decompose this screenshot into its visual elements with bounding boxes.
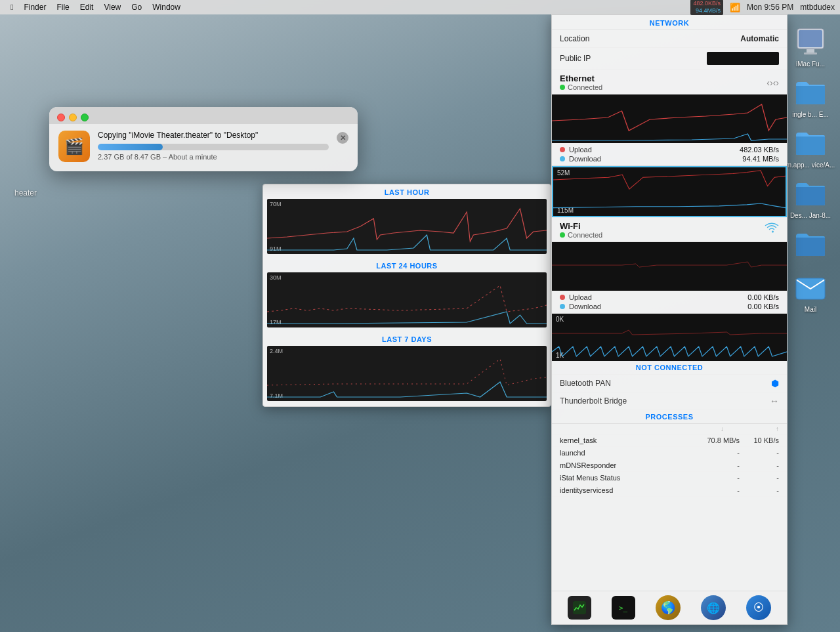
proc-ul-col-header: ↑: [726, 425, 779, 432]
desktop-icon-imac[interactable]: iMac Fu...: [784, 22, 837, 70]
desktop-icon-folder4[interactable]: [784, 224, 837, 265]
wifi-mini-svg: [552, 314, 787, 361]
file-icon-emoji: 🎬: [64, 137, 84, 156]
go-menu[interactable]: Go: [131, 3, 142, 12]
toolbar-network-btn[interactable]: 🌐: [701, 595, 726, 620]
mail-icon-img: [793, 270, 828, 305]
download-dot: [560, 156, 565, 161]
menubar:  Finder File Edit View Go Window 482.0K…: [0, 0, 840, 14]
copy-dialog-titlebar: [49, 107, 358, 124]
svg-rect-1: [552, 242, 787, 291]
wifi-download-row: Download 0.00 KB/s: [560, 303, 779, 310]
ethernet-upload-value: 482.03 KB/s: [740, 146, 779, 154]
desktop-icon-folder3[interactable]: Des... Jan-8...: [784, 174, 837, 222]
svg-rect-7: [807, 49, 814, 53]
toolbar-safari-btn[interactable]: ⦿: [746, 595, 771, 620]
folder4-svg-icon: [795, 231, 826, 257]
last-24-chart: 30M 17M: [267, 272, 547, 327]
last-24-label: LAST 24 HOURS: [263, 258, 551, 272]
desktop-icon-folder2[interactable]: m.app... vice/A...: [784, 123, 837, 171]
maximize-button[interactable]: [81, 114, 89, 121]
process-ul-identity: -: [740, 486, 779, 494]
desktop-icon-mail[interactable]: Mail: [784, 268, 837, 316]
imac-icon-label: iMac Fu...: [796, 60, 825, 68]
ethernet-stats: Upload 482.03 KB/s Download 94.41 MB/s: [552, 143, 787, 166]
wifi-menubar-icon[interactable]: 📶: [730, 3, 740, 12]
terminal-icon: >_: [617, 601, 630, 614]
last-hour-chart: 70M 91M: [267, 199, 547, 254]
desktop-icons: iMac Fu... ingle b... E... m.app... vice…: [781, 20, 840, 318]
ethernet-mini-svg: [553, 167, 786, 216]
wifi-signal-icon: [765, 222, 779, 234]
edit-menu[interactable]: Edit: [80, 3, 94, 12]
apple-menu[interactable]: : [10, 3, 13, 12]
process-ul-kernel: 10 KB/s: [740, 436, 779, 444]
finder-menu[interactable]: Finder: [24, 3, 46, 12]
folder3-svg-icon: [795, 180, 826, 207]
toolbar-activity-btn[interactable]: [568, 596, 591, 620]
process-name-kernel: kernel_task: [560, 436, 687, 444]
process-ul-mdns: -: [740, 461, 779, 469]
processes-header: PROCESSES: [552, 410, 787, 424]
thunderbolt-bridge-row: Thunderbolt Bridge ↔: [552, 392, 787, 410]
arrow-down-icon: ↓: [721, 425, 724, 432]
wifi-icon: [765, 222, 779, 238]
bluetooth-pan-label: Bluetooth PAN: [560, 379, 766, 388]
wifi-stats: Upload 0.00 KB/s Download 0.00 KB/s: [552, 291, 787, 314]
wifi-main-graph: [552, 242, 787, 291]
imac-svg-icon: [795, 26, 826, 58]
wifi-upload-label: Upload: [569, 293, 744, 301]
copy-progress-bar-fill: [98, 144, 163, 150]
copy-dialog-status: 2.37 GB of 8.47 GB – About a minute: [98, 153, 329, 161]
network-speed-indicator[interactable]: 482.0KB/s 94.4MB/s: [690, 0, 723, 15]
process-name-identity: identityservicesd: [560, 486, 687, 494]
window-menu[interactable]: Window: [152, 3, 180, 12]
process-row-launchd: launchd - -: [552, 447, 787, 459]
desktop-icon-folder1[interactable]: ingle b... E...: [784, 73, 837, 121]
clock: Mon 9:56 PM: [747, 3, 793, 12]
copy-dialog-title: Copying "iMovie Theater.theater" to "Des…: [98, 131, 329, 140]
last-7-label: LAST 7 DAYS: [263, 331, 551, 346]
wifi-upload-row: Upload 0.00 KB/s: [560, 293, 779, 301]
network-panel: NETWORK Location Automatic Public IP Eth…: [551, 14, 788, 625]
bluetooth-icon: ⬢: [771, 378, 779, 389]
wifi-upload-dot: [560, 295, 565, 300]
svg-rect-2: [573, 601, 586, 614]
public-ip-label: Public IP: [560, 54, 707, 63]
file-menu[interactable]: File: [56, 3, 69, 12]
process-name-istat: iStat Menus Status: [560, 474, 687, 482]
process-dl-identity: -: [687, 486, 740, 494]
location-value: Automatic: [740, 34, 779, 43]
toolbar-world-btn[interactable]: 🌎: [656, 595, 681, 620]
view-menu[interactable]: View: [104, 3, 121, 12]
wifi-upload-value: 0.00 KB/s: [747, 293, 779, 301]
close-button[interactable]: [57, 114, 65, 121]
ethernet-options-btn[interactable]: ‹›‹›: [766, 77, 779, 88]
ethernet-upload-row: Upload 482.03 KB/s: [560, 146, 779, 154]
panel-toolbar: >_ 🌎 🌐 ⦿: [552, 591, 787, 624]
not-connected-badge: NOT CONNECTED: [552, 361, 787, 375]
ethernet-main-graph: [552, 95, 787, 143]
svg-text:>_: >_: [619, 604, 628, 612]
folder2-label: m.app... vice/A...: [786, 161, 835, 169]
folder1-label: ingle b... E...: [792, 111, 829, 118]
copy-dialog-file-icon: 🎬: [58, 131, 90, 162]
last-hour-label: LAST HOUR: [263, 184, 551, 199]
minimize-button[interactable]: [69, 114, 77, 121]
wifi-graph-svg: [552, 242, 787, 291]
toolbar-terminal-btn[interactable]: >_: [612, 596, 635, 620]
process-row-kernel: kernel_task 70.8 MB/s 10 KB/s: [552, 434, 787, 447]
process-ul-launchd: -: [740, 449, 779, 457]
process-row-mdns: mDNSResponder - -: [552, 459, 787, 472]
last-7-svg: [267, 346, 547, 401]
wifi-status-text: Connected: [568, 231, 602, 239]
upload-dot: [560, 147, 565, 152]
world-icon: 🌎: [661, 600, 675, 615]
ethernet-status-text: Connected: [568, 83, 602, 91]
process-name-mdns: mDNSResponder: [560, 461, 687, 469]
wifi-mini-chart: 0K 1K: [552, 314, 787, 361]
copy-dialog-stop-button[interactable]: ✕: [337, 132, 348, 144]
last-7-chart: 2.4M 7.1M: [267, 346, 547, 401]
mail-label: Mail: [805, 306, 816, 313]
wifi-status: Connected: [560, 231, 765, 239]
